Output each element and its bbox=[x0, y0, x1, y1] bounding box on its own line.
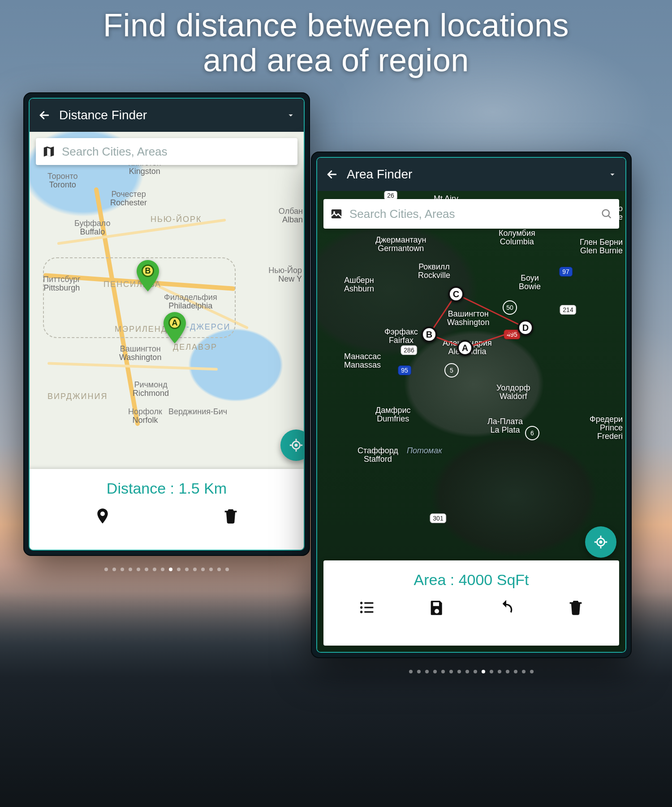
sat-label: Waldorf bbox=[496, 392, 530, 401]
map-pin-b[interactable]: B bbox=[136, 260, 159, 291]
device-distance-finder: Distance Finder ТоронтоToronto Кингсто bbox=[23, 92, 310, 556]
search-bar[interactable] bbox=[36, 138, 297, 165]
bottom-panel: Distance : 1.5 Km bbox=[30, 469, 304, 550]
sat-label: Джермантаун bbox=[375, 236, 426, 244]
search-bar[interactable] bbox=[323, 199, 619, 229]
appbar: Distance Finder bbox=[30, 99, 304, 132]
sat-label: Фэрфакс bbox=[384, 328, 418, 336]
map-label: New Y bbox=[268, 275, 302, 283]
route-shield: 5 bbox=[444, 363, 459, 377]
map-container[interactable]: ТоронтоToronto КингстонKingston Рочестер… bbox=[30, 132, 304, 550]
svg-point-3 bbox=[600, 541, 602, 543]
map-label: Pittsburgh bbox=[43, 284, 81, 292]
svg-rect-9 bbox=[364, 611, 373, 612]
back-icon[interactable] bbox=[38, 108, 51, 122]
map-label: Washington bbox=[119, 353, 161, 362]
appbar: Area Finder bbox=[317, 158, 625, 191]
sat-label: Роквилл bbox=[418, 263, 450, 271]
svg-point-6 bbox=[360, 606, 362, 608]
interstate-shield: 95 bbox=[398, 365, 411, 375]
sat-label: Rockville bbox=[418, 271, 450, 280]
map-pin-a[interactable]: A bbox=[163, 312, 186, 343]
sat-label: Washington bbox=[447, 318, 489, 327]
save-icon[interactable] bbox=[428, 599, 446, 616]
dropdown-icon[interactable] bbox=[607, 169, 617, 179]
route-shield: 6 bbox=[525, 426, 539, 440]
map-label: Буффало bbox=[74, 219, 111, 228]
device-area-finder: Area Finder Mt Airy БалтимоBaltimore Дже… bbox=[311, 152, 632, 658]
sat-label: Колумбия bbox=[499, 229, 535, 238]
map-label: Toronto bbox=[47, 181, 78, 189]
svg-point-12 bbox=[603, 210, 609, 217]
map-label: Alban bbox=[279, 216, 303, 224]
sat-label: Glen Burnie bbox=[580, 247, 623, 255]
sat-label: Стаффорд bbox=[358, 447, 398, 455]
map-region: НЬЮ-ЙОРК bbox=[151, 215, 202, 224]
delete-icon[interactable] bbox=[567, 599, 585, 616]
sat-label: Дамфрис bbox=[375, 406, 410, 415]
bottom-panel: Area : 4000 SqFt bbox=[323, 560, 619, 646]
marker-tool-icon[interactable] bbox=[94, 507, 112, 525]
sat-label: Боуи bbox=[519, 274, 541, 282]
headline-line-1: Find distance between locations bbox=[103, 7, 569, 43]
sat-label: Germantown bbox=[375, 244, 426, 253]
undo-icon[interactable] bbox=[497, 599, 515, 616]
dropdown-icon[interactable] bbox=[286, 110, 296, 120]
route-shield: 50 bbox=[503, 300, 517, 315]
device-screen: Distance Finder ТоронтоToronto Кингсто bbox=[30, 99, 304, 550]
tool-row bbox=[328, 596, 615, 621]
svg-rect-5 bbox=[364, 602, 373, 603]
map-label: Buffalo bbox=[74, 228, 111, 236]
pin-letter: A bbox=[168, 317, 181, 329]
sat-label: Вашингтон bbox=[447, 310, 489, 318]
map-label: Рочестер bbox=[110, 190, 147, 199]
map-region: МЭРИЛЕНД bbox=[115, 325, 168, 334]
map-region: -ДЖЕРСИ bbox=[186, 322, 231, 332]
map-label: Нью-Йор bbox=[268, 266, 302, 275]
svg-point-8 bbox=[360, 611, 362, 613]
map-label: Вашингтон bbox=[119, 345, 161, 353]
route-shield: 286 bbox=[401, 345, 417, 355]
promo-stage: Find distance between locations and area… bbox=[0, 0, 672, 807]
sat-label: La Plata bbox=[487, 426, 523, 434]
appbar-title: Area Finder bbox=[347, 167, 599, 182]
node-a[interactable]: A bbox=[457, 340, 473, 356]
sat-label: Потомак bbox=[407, 446, 442, 455]
sat-label: Dumfries bbox=[375, 415, 410, 423]
list-icon[interactable] bbox=[358, 599, 376, 616]
svg-point-1 bbox=[295, 444, 297, 446]
map-region: ДЕЛАВЭР bbox=[173, 343, 217, 352]
sat-label: Фредери bbox=[590, 415, 623, 424]
area-metric: Area : 4000 SqFt bbox=[328, 567, 615, 596]
map-label: Ричмонд bbox=[133, 381, 169, 389]
sat-label: Manassas bbox=[344, 361, 381, 369]
appbar-title: Distance Finder bbox=[59, 108, 278, 122]
back-icon[interactable] bbox=[325, 168, 339, 181]
pin-letter: B bbox=[142, 265, 154, 277]
my-location-fab[interactable] bbox=[585, 526, 616, 558]
sat-label: Columbia bbox=[499, 238, 535, 246]
map-label: Rochester bbox=[110, 199, 147, 207]
headline: Find distance between locations and area… bbox=[0, 8, 672, 78]
sat-label: Ла-Плата bbox=[487, 417, 523, 426]
node-c[interactable]: C bbox=[448, 286, 464, 302]
search-input[interactable] bbox=[349, 207, 594, 221]
sat-label: Prince Frederi bbox=[590, 424, 623, 441]
search-icon[interactable] bbox=[600, 208, 613, 220]
node-d[interactable]: D bbox=[517, 320, 534, 336]
sat-label: Fairfax bbox=[384, 336, 418, 345]
map-container[interactable]: Mt Airy БалтимоBaltimore ДжермантаунGerm… bbox=[317, 191, 625, 652]
distance-metric: Distance : 1.5 Km bbox=[34, 475, 299, 504]
sat-label: Stafford bbox=[358, 455, 398, 464]
image-icon bbox=[330, 207, 343, 221]
route-shield: 301 bbox=[430, 513, 446, 523]
headline-line-2: and area of region bbox=[203, 42, 469, 78]
interstate-shield: 97 bbox=[559, 267, 573, 277]
map-label: Питтсбург bbox=[43, 275, 81, 284]
search-input[interactable] bbox=[62, 145, 291, 159]
carousel-dots bbox=[23, 568, 310, 571]
delete-icon[interactable] bbox=[222, 507, 240, 525]
svg-rect-7 bbox=[364, 607, 373, 608]
node-b[interactable]: B bbox=[421, 326, 437, 343]
route-shield: 214 bbox=[560, 305, 576, 315]
